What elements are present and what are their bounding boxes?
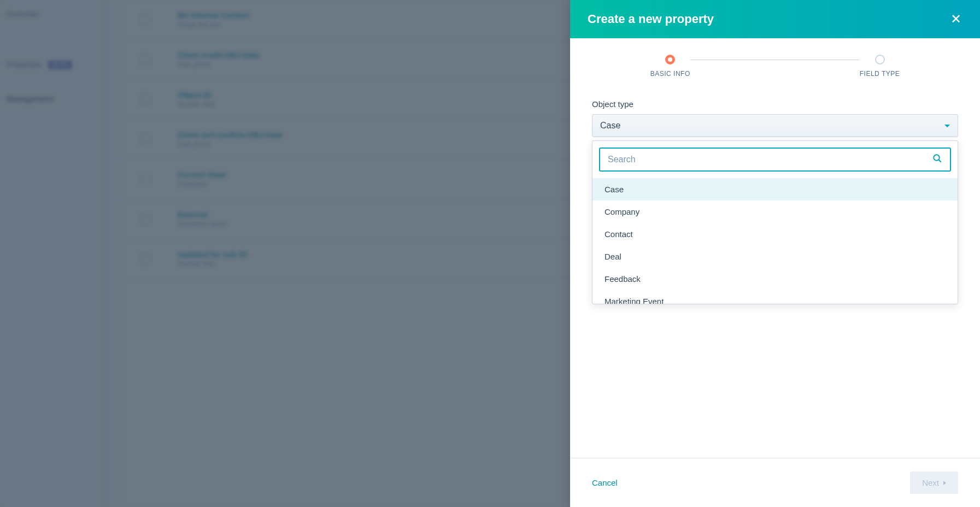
next-label: Next <box>922 478 939 487</box>
search-icon <box>925 154 950 166</box>
cancel-button[interactable]: Cancel <box>592 478 618 487</box>
option-case[interactable]: Case <box>592 178 958 201</box>
caret-down-icon <box>944 125 950 127</box>
object-type-select[interactable]: Case <box>592 114 958 137</box>
chevron-right-icon <box>943 481 946 485</box>
option-company[interactable]: Company <box>592 201 958 223</box>
step-connector <box>690 60 860 60</box>
step-field-type[interactable]: FIELD TYPE <box>860 55 900 78</box>
stepper: BASIC INFO FIELD TYPE <box>592 55 958 78</box>
object-type-dropdown: CaseCompanyContactDealFeedbackMarketing … <box>592 140 958 304</box>
panel-body: BASIC INFO FIELD TYPE Object type Case <box>570 38 980 458</box>
panel-header: Create a new property ✕ <box>570 0 980 38</box>
step-circle <box>875 55 885 64</box>
option-deal[interactable]: Deal <box>592 245 958 268</box>
panel-title: Create a new property <box>588 12 714 26</box>
search-box <box>599 148 951 172</box>
object-type-label: Object type <box>592 99 958 109</box>
step-label: BASIC INFO <box>650 70 690 78</box>
option-feedback[interactable]: Feedback <box>592 268 958 290</box>
create-property-panel: Create a new property ✕ BASIC INFO FIELD… <box>570 0 980 507</box>
options-list[interactable]: CaseCompanyContactDealFeedbackMarketing … <box>592 178 958 304</box>
option-contact[interactable]: Contact <box>592 223 958 245</box>
step-label: FIELD TYPE <box>860 70 900 78</box>
search-input[interactable] <box>600 149 925 170</box>
object-type-field: Object type Case CaseCompanyContactDealF… <box>592 99 958 304</box>
step-basic-info[interactable]: BASIC INFO <box>650 55 690 78</box>
svg-line-1 <box>938 160 941 162</box>
step-circle-active <box>665 55 675 64</box>
option-marketing-event[interactable]: Marketing Event <box>592 290 958 304</box>
close-button[interactable]: ✕ <box>949 13 963 26</box>
panel-footer: Cancel Next <box>570 458 980 507</box>
svg-point-0 <box>934 155 940 161</box>
select-value: Case <box>600 121 620 131</box>
next-button[interactable]: Next <box>910 471 958 494</box>
close-icon: ✕ <box>950 11 961 27</box>
